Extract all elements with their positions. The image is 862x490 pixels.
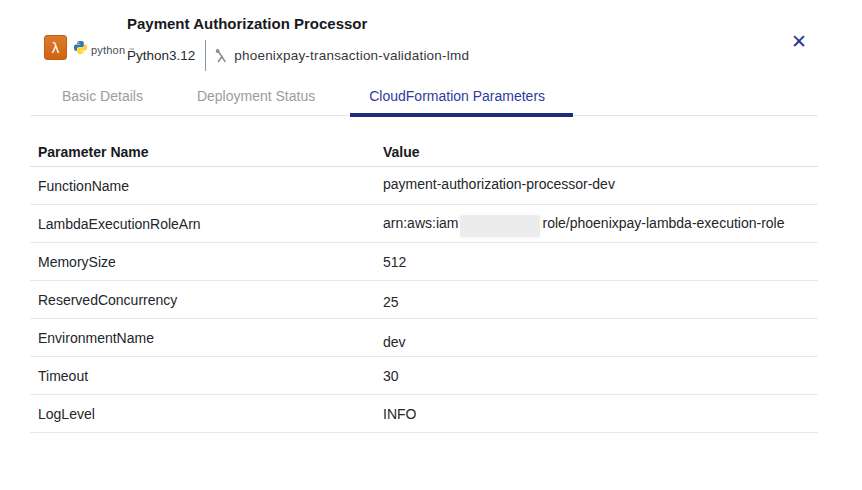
tab-basic-details[interactable]: Basic Details [62,86,143,115]
parameter-name: MemorySize [30,254,375,270]
arn-suffix: role/phoenixpay-lambda-execution-role [542,215,784,231]
python-logo: python™ [73,40,134,59]
table-row: LogLevel INFO [30,395,818,433]
arn-prefix: arn:aws:iam [383,215,458,231]
table-row: MemorySize 512 [30,243,818,281]
function-subtitle: Python3.12 phoenixpay-transaction-valida… [127,40,470,71]
parameters-table: Parameter Name Value FunctionName paymen… [30,137,818,433]
parameter-name: EnvironmentName [30,330,375,346]
close-icon[interactable]: ✕ [789,30,809,53]
parameter-name: FunctionName [30,178,375,194]
parameter-value: INFO [375,406,818,422]
table-header-row: Parameter Name Value [30,137,818,167]
tab-deployment-status[interactable]: Deployment Status [197,86,315,115]
active-tab-underline [350,113,573,117]
table-row: EnvironmentName dev [30,319,818,357]
page-title: Payment Authorization Processor [127,15,367,32]
redacted-account-segment [460,215,540,237]
table-row: Timeout 30 [30,357,818,395]
tab-bar: Basic Details Deployment Status CloudFor… [30,86,818,116]
table-row: ReservedConcurrency 25 [30,281,818,319]
table-row: FunctionName payment-authorization-proce… [30,167,818,205]
table-row: LambdaExecutionRoleArn arn:aws:iamrole/p… [30,205,818,243]
aws-lambda-icon: λ [44,35,67,60]
function-name: phoenixpay-transaction-validation-lmd [234,48,470,63]
parameter-value: 30 [375,368,818,384]
tab-cloudformation-parameters[interactable]: CloudFormation Parameters [369,86,545,115]
column-header-value: Value [375,144,818,160]
python-snake-icon [73,40,88,59]
parameter-name: LogLevel [30,406,375,422]
parameter-value: 512 [375,254,818,270]
column-header-parameter-name: Parameter Name [30,144,375,160]
parameter-name: Timeout [30,368,375,384]
vertical-divider [205,40,206,71]
parameter-value: dev [375,334,818,350]
parameter-name: LambdaExecutionRoleArn [30,216,375,232]
lambda-function-icon [215,48,228,63]
parameter-name: ReservedConcurrency [30,292,375,308]
function-details-modal: λ python™ Payment Authorization Processo… [0,0,862,490]
python-wordmark: python [91,44,125,56]
runtime-label: Python3.12 [127,48,195,63]
parameter-value: payment-authorization-processor-dev [375,176,818,192]
parameter-value: arn:aws:iamrole/phoenixpay-lambda-execut… [375,215,818,233]
parameter-value: 25 [375,294,818,310]
